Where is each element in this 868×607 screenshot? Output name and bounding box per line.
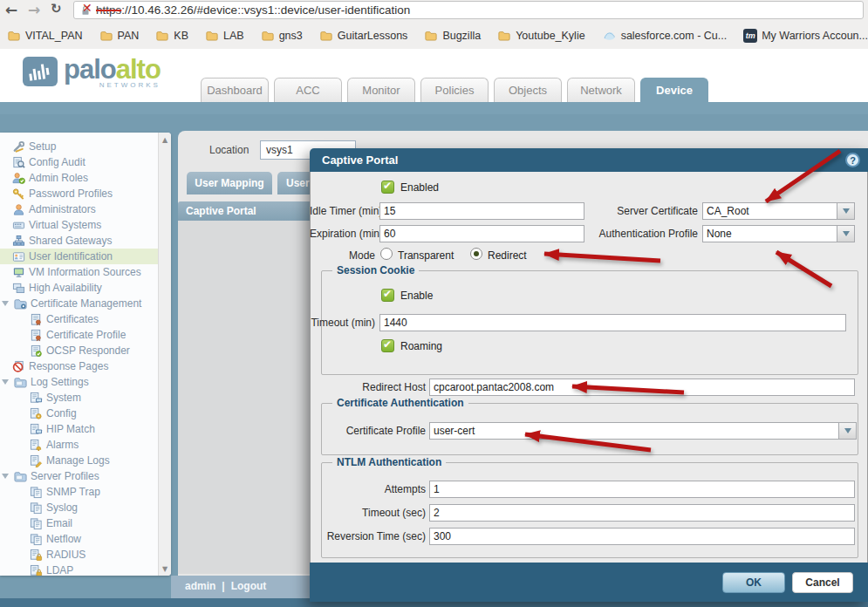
sidebar-item-password-profiles[interactable]: Password Profiles xyxy=(0,186,158,201)
bookmark-salesforce[interactable]: salesforce.com - Cu... xyxy=(602,30,728,42)
cert-check-icon xyxy=(30,344,43,358)
sidebar-item-netflow[interactable]: Netflow xyxy=(0,531,158,547)
certificate-profile-dropdown[interactable]: user-cert xyxy=(429,422,857,440)
sidebar-item-setup[interactable]: Setup xyxy=(0,139,158,154)
ntlm-attempts-input[interactable] xyxy=(429,481,855,498)
back-icon[interactable]: ← xyxy=(5,1,17,18)
mode-transparent-radio[interactable] xyxy=(380,248,393,260)
tab-monitor[interactable]: Monitor xyxy=(347,78,415,102)
ntlm-legend: NTLM Authentication xyxy=(332,456,446,468)
tab-objects[interactable]: Objects xyxy=(494,78,562,102)
key-icon xyxy=(12,188,25,201)
sidebar-item-user-identification[interactable]: User Identification xyxy=(0,249,158,264)
chevron-down-icon[interactable] xyxy=(838,423,856,439)
doc-pair-icon xyxy=(30,501,43,515)
ntlm-timeout-input[interactable] xyxy=(429,504,855,522)
sidebar-item-admin-roles[interactable]: Admin Roles xyxy=(0,170,158,186)
tab-acc[interactable]: ACC xyxy=(274,78,342,102)
sidebar-item-certificate-management[interactable]: Certificate Management xyxy=(0,296,158,311)
scroll-down-icon[interactable]: ▼ xyxy=(159,563,171,575)
sidebar-item-response-pages[interactable]: Response Pages xyxy=(0,358,158,374)
sidebar-item-shared-gateways[interactable]: Shared Gateways xyxy=(0,233,158,249)
device-tree: Setup Config Audit Admin Roles Password … xyxy=(0,139,158,576)
logout-link[interactable]: Logout xyxy=(231,580,267,592)
sidebar-item-hip-match[interactable]: HIP Match xyxy=(0,421,158,437)
session-cookie-enable-checkbox[interactable] xyxy=(381,289,394,302)
bookmark-lab[interactable]: LAB xyxy=(205,30,244,42)
sidebar-item-manage-logs[interactable]: Manage Logs xyxy=(0,453,158,468)
bookmark-pan[interactable]: PAN xyxy=(99,30,140,42)
sidebar-item-log-settings[interactable]: Log Settings xyxy=(0,374,158,390)
refresh-icon[interactable]: ↻ xyxy=(51,1,62,17)
chevron-down-icon[interactable] xyxy=(837,203,854,219)
sidebar-scrollbar[interactable]: ▲ ▼ xyxy=(158,133,171,576)
certificate-auth-legend: Certificate Authentication xyxy=(332,397,468,409)
session-cookie-timeout-input[interactable] xyxy=(379,314,846,331)
enabled-label: Enabled xyxy=(400,181,439,194)
url-scheme-struck: https xyxy=(96,3,121,17)
tab-device[interactable]: Device xyxy=(640,78,708,102)
tab-dashboard[interactable]: Dashboard xyxy=(201,78,269,102)
gateway-icon xyxy=(12,235,25,248)
folder-icon xyxy=(424,30,438,42)
sidebar-item-config[interactable]: Config xyxy=(0,406,158,421)
mode-redirect-radio[interactable] xyxy=(470,248,482,260)
prohibit-icon xyxy=(12,360,25,373)
sidebar-item-system[interactable]: System xyxy=(0,390,158,406)
idle-timer-input[interactable] xyxy=(379,202,584,220)
sidebar-item-administrators[interactable]: Administrators xyxy=(0,201,158,217)
sidebar-item-server-profiles[interactable]: Server Profiles xyxy=(0,468,158,484)
chevron-down-icon[interactable] xyxy=(837,226,854,242)
cancel-button[interactable]: Cancel xyxy=(792,572,853,593)
bookmark-bugzilla[interactable]: Bugzilla xyxy=(424,30,481,42)
expander-icon[interactable] xyxy=(2,379,9,385)
sidebar-item-ldap[interactable]: LDAP xyxy=(0,563,158,576)
tab-user-mapping[interactable]: User Mapping xyxy=(187,172,272,194)
sidebar-item-alarms[interactable]: Alarms xyxy=(0,437,158,453)
expander-icon[interactable] xyxy=(2,474,9,479)
sidebar-item-ocsp-responder[interactable]: OCSP Responder xyxy=(0,343,158,358)
ok-button[interactable]: OK xyxy=(722,572,785,593)
sidebar-item-certificates[interactable]: Certificates xyxy=(0,311,158,327)
expiration-input[interactable] xyxy=(379,225,584,242)
bookmark-youtube-kylie[interactable]: Youtube_Kylie xyxy=(497,30,584,42)
bookmark-guitarlessons[interactable]: GuitarLessons xyxy=(319,30,408,42)
sidebar-item-snmp-trap[interactable]: SNMP Trap xyxy=(0,484,158,500)
ha-icon xyxy=(12,282,25,295)
redirect-host-input[interactable] xyxy=(429,379,855,396)
audit-icon xyxy=(12,156,25,169)
app-header: paloalto NETWORKS Dashboard ACC Monitor … xyxy=(0,49,868,102)
sidebar-item-config-audit[interactable]: Config Audit xyxy=(0,154,158,170)
sidebar-item-email[interactable]: Email xyxy=(0,515,158,531)
ssl-lock-icon[interactable]: ✕ xyxy=(79,3,92,17)
sidebar-item-certificate-profile[interactable]: Certificate Profile xyxy=(0,327,158,343)
bookmark-my-warriors[interactable]: tmMy Warriors Accoun... xyxy=(743,29,868,43)
bookmark-kb[interactable]: KB xyxy=(155,30,188,42)
enabled-checkbox[interactable] xyxy=(381,181,394,194)
tab-policies[interactable]: Policies xyxy=(420,78,489,102)
address-bar[interactable]: ✕ https://10.46.32.26/#device::vsys1::de… xyxy=(73,1,864,19)
paloalto-logo: paloalto NETWORKS xyxy=(23,57,161,89)
location-label: Location xyxy=(209,144,249,156)
sidebar-item-virtual-systems[interactable]: Virtual Systems xyxy=(0,217,158,233)
folder-icon xyxy=(319,30,333,42)
ntlm-reversion-input[interactable] xyxy=(429,528,855,545)
sidebar-item-syslog[interactable]: Syslog xyxy=(0,500,158,515)
scroll-up-icon[interactable]: ▲ xyxy=(159,133,171,146)
roaming-checkbox[interactable] xyxy=(381,339,394,352)
captive-portal-dialog: Captive Portal ? Enabled Idle Timer (min… xyxy=(310,148,868,602)
sidebar-item-high-availability[interactable]: High Availability xyxy=(0,280,158,296)
tab-network[interactable]: Network xyxy=(567,78,635,102)
sidebar-item-radius[interactable]: RADIUS xyxy=(0,547,158,563)
device-sidebar: Setup Config Audit Admin Roles Password … xyxy=(0,133,171,576)
expander-icon[interactable] xyxy=(2,301,9,306)
sidebar-item-vm-information-sources[interactable]: VM Information Sources xyxy=(0,264,158,280)
bookmark-gns3[interactable]: gns3 xyxy=(261,30,303,42)
folder-icon xyxy=(14,470,27,483)
server-certificate-dropdown[interactable]: CA_Root xyxy=(702,202,855,220)
auth-profile-dropdown[interactable]: None xyxy=(702,225,855,242)
help-icon[interactable]: ? xyxy=(845,153,860,167)
folder-icon xyxy=(14,376,27,389)
forward-icon[interactable]: → xyxy=(28,1,40,18)
bookmark-vital-pan[interactable]: VITAL_PAN xyxy=(7,30,83,42)
